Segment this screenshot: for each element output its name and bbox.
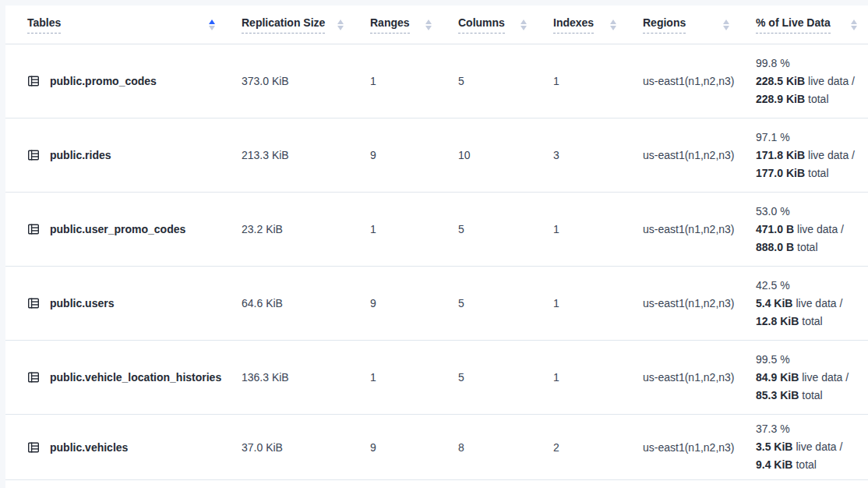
table-icon <box>27 75 40 87</box>
table-row[interactable]: public.users 64.6 KiB 9 5 1 us-east1(n1,… <box>5 267 868 341</box>
header-row: Tables Replication Size Ranges Columns I… <box>5 5 868 44</box>
total-size-line: 9.4 KiBtotal <box>756 456 817 474</box>
table-name-cell: public.promo_codes <box>5 44 226 118</box>
columns-cell: 10 <box>443 118 538 192</box>
live-percent: 99.5 % <box>756 351 790 369</box>
column-header-live-data[interactable]: % of Live Data <box>740 5 868 44</box>
regions-cell: us-east1(n1,n2,n3) <box>627 267 740 340</box>
table-name-link[interactable]: public.user_promo_codes <box>50 223 185 235</box>
table-row[interactable]: public.vehicles 37.0 KiB 9 8 2 us-east1(… <box>5 415 868 480</box>
sort-desc-arrow <box>851 26 857 30</box>
regions-value: us-east1(n1,n2,n3) <box>643 75 735 87</box>
columns-value: 8 <box>458 441 464 454</box>
table-icon <box>27 149 40 161</box>
column-header-columns[interactable]: Columns <box>443 5 538 44</box>
column-header-replication-size[interactable]: Replication Size <box>226 5 355 44</box>
column-header-ranges[interactable]: Ranges <box>355 5 443 44</box>
column-header-label: Tables <box>27 16 61 34</box>
sort-asc-arrow <box>610 19 616 24</box>
ranges-value: 9 <box>370 149 376 161</box>
sort-icon <box>337 19 344 30</box>
indexes-cell: 3 <box>538 118 627 192</box>
table-row[interactable]: public.user_promo_codes 23.2 KiB 1 5 1 u… <box>5 193 868 267</box>
replication-size-cell: 64.6 KiB <box>226 267 355 340</box>
table-icon <box>27 441 40 454</box>
total-size-suffix: total <box>808 167 828 179</box>
sort-desc-arrow <box>723 26 729 30</box>
live-size-value: 3.5 KiB <box>756 440 792 453</box>
total-size-line: 228.9 KiBtotal <box>756 90 829 108</box>
ranges-cell: 9 <box>355 267 443 340</box>
indexes-cell: 1 <box>538 193 627 266</box>
table-name-link[interactable]: public.promo_codes <box>50 75 157 87</box>
replication-size-value: 37.0 KiB <box>242 441 283 454</box>
total-size-value: 9.4 KiB <box>756 458 792 471</box>
sort-icon <box>610 19 616 30</box>
sort-desc-arrow <box>209 26 215 30</box>
sort-desc-arrow <box>520 26 527 30</box>
ranges-cell: 1 <box>355 341 443 414</box>
replication-size-value: 64.6 KiB <box>242 297 283 309</box>
ranges-value: 9 <box>370 441 376 454</box>
ranges-value: 9 <box>370 297 376 309</box>
live-size-suffix: live data / <box>802 371 849 384</box>
live-percent: 37.3 % <box>756 420 790 438</box>
column-header-regions[interactable]: Regions <box>627 5 740 44</box>
columns-value: 5 <box>458 75 464 87</box>
replication-size-cell: 136.3 KiB <box>226 341 355 414</box>
total-size-suffix: total <box>802 315 822 327</box>
sort-icon <box>723 19 729 30</box>
replication-size-value: 213.3 KiB <box>242 149 289 161</box>
total-size-suffix: total <box>796 458 816 471</box>
live-size-suffix: live data / <box>796 440 842 453</box>
ranges-value: 1 <box>370 223 376 235</box>
table-name-link[interactable]: public.vehicle_location_histories <box>50 371 221 384</box>
sort-icon <box>520 19 527 30</box>
replication-size-cell: 213.3 KiB <box>226 118 355 192</box>
live-size-suffix: live data / <box>797 223 844 235</box>
table-body: public.promo_codes 373.0 KiB 1 5 1 us-ea… <box>5 44 868 480</box>
table-name-link[interactable]: public.vehicles <box>50 441 128 454</box>
column-header-indexes[interactable]: Indexes <box>538 5 627 44</box>
total-size-value: 228.9 KiB <box>756 93 805 105</box>
table-name-link[interactable]: public.users <box>50 297 114 309</box>
regions-cell: us-east1(n1,n2,n3) <box>627 341 740 414</box>
column-header-label: Ranges <box>370 16 410 34</box>
columns-value: 10 <box>458 149 471 161</box>
indexes-cell: 1 <box>538 44 627 118</box>
table-name-cell: public.vehicle_location_histories <box>5 341 226 414</box>
live-data-cell: 37.3 % 3.5 KiBlive data / 9.4 KiBtotal <box>740 415 868 479</box>
indexes-value: 1 <box>553 223 559 235</box>
indexes-cell: 1 <box>538 341 627 414</box>
column-header-label: Columns <box>458 16 505 34</box>
live-size-line: 3.5 KiBlive data / <box>756 438 842 456</box>
column-header-label: % of Live Data <box>756 16 831 34</box>
sort-asc-arrow <box>851 19 857 24</box>
total-size-value: 888.0 B <box>756 241 794 253</box>
regions-value: us-east1(n1,n2,n3) <box>643 371 735 384</box>
columns-cell: 8 <box>443 415 538 479</box>
total-size-suffix: total <box>808 93 828 105</box>
indexes-cell: 1 <box>538 267 627 340</box>
columns-cell: 5 <box>443 341 538 414</box>
table-name-cell: public.rides <box>5 118 226 192</box>
table-row[interactable]: public.promo_codes 373.0 KiB 1 5 1 us-ea… <box>5 44 868 118</box>
table-row[interactable]: public.vehicle_location_histories 136.3 … <box>5 341 868 415</box>
table-row[interactable]: public.rides 213.3 KiB 9 10 3 us-east1(n… <box>5 118 868 193</box>
regions-value: us-east1(n1,n2,n3) <box>643 223 735 235</box>
live-size-value: 5.4 KiB <box>756 297 792 309</box>
total-size-line: 177.0 KiBtotal <box>756 164 829 182</box>
sort-asc-arrow <box>209 19 215 24</box>
live-size-line: 471.0 Blive data / <box>756 221 844 239</box>
total-size-line: 12.8 KiBtotal <box>756 313 823 331</box>
live-size-value: 471.0 B <box>756 223 794 235</box>
ranges-value: 1 <box>370 75 376 87</box>
table-name-link[interactable]: public.rides <box>50 149 111 161</box>
live-size-line: 171.8 KiBlive data / <box>756 147 855 164</box>
column-header-tables[interactable]: Tables <box>5 5 226 44</box>
replication-size-value: 136.3 KiB <box>242 371 289 384</box>
live-size-value: 171.8 KiB <box>756 149 805 161</box>
live-size-line: 5.4 KiBlive data / <box>756 295 842 313</box>
columns-value: 5 <box>458 223 464 235</box>
regions-cell: us-east1(n1,n2,n3) <box>627 118 740 192</box>
